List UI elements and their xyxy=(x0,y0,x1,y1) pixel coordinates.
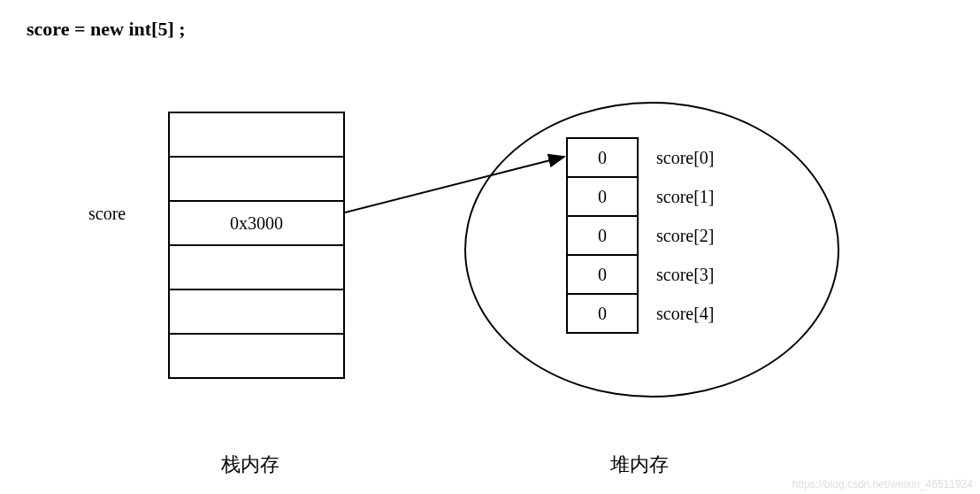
stack-cell xyxy=(169,289,344,334)
heap-memory-table: 0 score[0] 0 score[1] 0 score[2] 0 score… xyxy=(566,137,717,334)
heap-value: 0 xyxy=(567,255,638,294)
stack-cell xyxy=(169,157,344,201)
heap-index-label: score[2] xyxy=(638,216,716,255)
heap-row: 0 score[1] xyxy=(567,177,716,216)
stack-variable-label: score xyxy=(88,204,126,224)
stack-title: 栈内存 xyxy=(221,452,279,478)
pointer-arrow xyxy=(345,146,575,217)
heap-title: 堆内存 xyxy=(610,452,669,478)
heap-value: 0 xyxy=(567,294,638,333)
watermark: https://blog.csdn.net/weixin_46511924 xyxy=(792,478,973,490)
heap-row: 0 score[3] xyxy=(567,255,716,294)
heap-index-label: score[3] xyxy=(638,255,716,294)
heap-row: 0 score[2] xyxy=(567,216,716,255)
stack-cell-address: 0x3000 xyxy=(169,201,344,245)
stack-memory-table: 0x3000 xyxy=(168,112,345,379)
heap-index-label: score[1] xyxy=(638,177,716,216)
code-declaration: score = new int[5] ; xyxy=(27,18,186,41)
stack-cell xyxy=(169,245,344,289)
stack-cell xyxy=(169,112,344,157)
heap-value: 0 xyxy=(567,177,638,216)
heap-row: 0 score[4] xyxy=(567,294,716,333)
heap-index-label: score[4] xyxy=(638,294,716,333)
heap-index-label: score[0] xyxy=(638,138,716,177)
heap-row: 0 score[0] xyxy=(567,138,716,177)
heap-value: 0 xyxy=(567,216,638,255)
stack-cell xyxy=(169,334,344,378)
heap-value: 0 xyxy=(567,138,638,177)
svg-line-1 xyxy=(345,157,564,212)
